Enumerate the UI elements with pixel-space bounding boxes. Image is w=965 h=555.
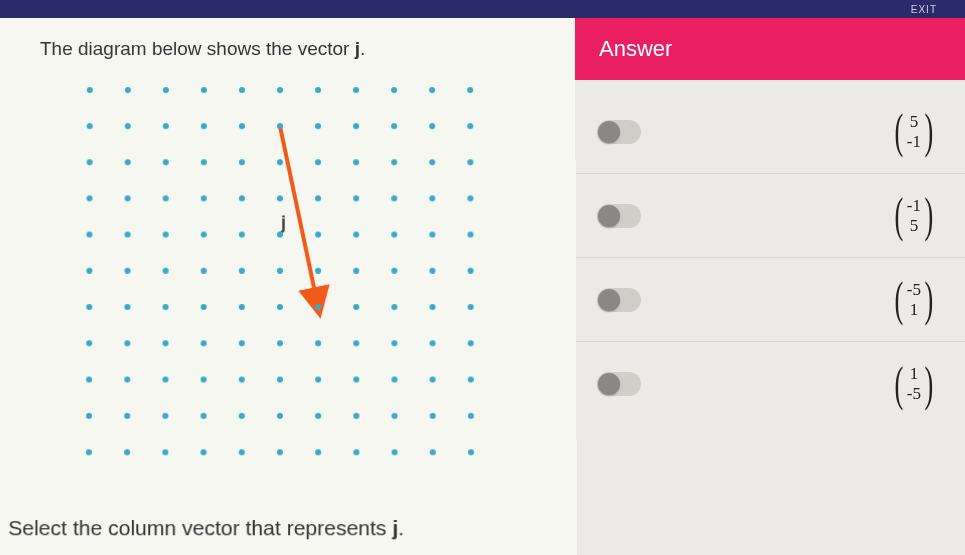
option-toggle[interactable] <box>597 204 641 228</box>
grid-dot <box>239 413 245 419</box>
grid-dot <box>124 413 130 419</box>
grid-dot <box>468 304 474 310</box>
column-vector: ( 1 -5 ) <box>891 364 937 403</box>
grid-dot <box>277 268 283 274</box>
grid-dot <box>430 449 436 455</box>
grid-dot <box>430 304 436 310</box>
grid-dot <box>124 449 130 455</box>
answer-header: Answer <box>575 18 965 80</box>
option-toggle[interactable] <box>597 288 641 312</box>
grid-dot <box>86 377 92 383</box>
grid-dot <box>87 159 93 165</box>
grid-dot <box>124 340 130 346</box>
grid-dot <box>429 123 435 129</box>
instruction-text: Select the column vector that represents <box>8 516 392 539</box>
grid-dot <box>201 87 207 93</box>
grid-dot <box>315 268 321 274</box>
grid-dot <box>353 449 359 455</box>
option-toggle[interactable] <box>597 120 641 144</box>
answer-option[interactable]: ( 1 -5 ) <box>575 342 965 426</box>
vector-label: j <box>281 212 286 233</box>
grid-dot <box>467 87 473 93</box>
grid-dot <box>353 268 359 274</box>
grid-dot <box>163 268 169 274</box>
grid-dot <box>125 87 131 93</box>
vector-bottom: 1 <box>910 300 919 320</box>
grid-dot <box>163 123 169 129</box>
grid-dot <box>467 123 473 129</box>
grid-dot <box>315 304 321 310</box>
grid-dot <box>162 449 168 455</box>
grid-dot <box>201 123 207 129</box>
grid-dot <box>353 159 359 165</box>
vector-bottom: -5 <box>907 384 921 404</box>
grid-dot <box>468 268 474 274</box>
answer-option[interactable]: ( 5 -1 ) <box>575 90 965 174</box>
paren-right: ) <box>925 112 934 150</box>
paren-right: ) <box>925 196 934 234</box>
grid-dot <box>239 340 245 346</box>
grid-dot <box>315 159 321 165</box>
grid-dot <box>353 195 359 201</box>
grid-dot <box>87 87 93 93</box>
question-panel: The diagram below shows the vector j. j … <box>0 18 577 555</box>
grid-dot <box>86 449 92 455</box>
paren-left: ( <box>894 280 903 318</box>
grid-dot <box>315 87 321 93</box>
paren-right: ) <box>925 280 934 318</box>
grid-dot <box>201 304 207 310</box>
grid-dot <box>391 304 397 310</box>
grid-dot <box>124 268 130 274</box>
question-title: The diagram below shows the vector j. <box>40 38 545 60</box>
grid-dot <box>125 195 131 201</box>
grid-dot <box>86 413 92 419</box>
grid-dot <box>430 377 436 383</box>
grid-dot <box>201 340 207 346</box>
grid-dot <box>163 159 169 165</box>
grid-dot <box>315 340 321 346</box>
grid-dot <box>315 449 321 455</box>
grid-dot <box>239 377 245 383</box>
grid-dot <box>201 195 207 201</box>
grid-dot <box>391 159 397 165</box>
grid-dot <box>201 159 207 165</box>
grid-dot <box>201 268 207 274</box>
grid-dot <box>429 232 435 238</box>
answer-option[interactable]: ( -1 5 ) <box>575 174 965 258</box>
grid-dot <box>124 377 130 383</box>
grid-dot <box>87 123 93 129</box>
grid-dot <box>239 304 245 310</box>
grid-dot <box>162 413 168 419</box>
grid-dot <box>315 123 321 129</box>
grid-dot <box>86 304 92 310</box>
grid-dot <box>353 413 359 419</box>
grid-dot <box>467 195 473 201</box>
grid-dot <box>353 377 359 383</box>
paren-left: ( <box>894 112 903 150</box>
grid-dot <box>125 159 131 165</box>
grid-dot <box>391 123 397 129</box>
grid-dot <box>87 195 93 201</box>
grid-dot <box>315 195 321 201</box>
grid-dot <box>468 377 474 383</box>
grid-dot <box>429 159 435 165</box>
answer-panel: Answer ( 5 -1 ) ( -1 <box>575 18 965 555</box>
grid-dot <box>201 413 207 419</box>
grid-dot <box>468 340 474 346</box>
grid-dot <box>239 449 245 455</box>
grid-dot <box>239 195 245 201</box>
grid-dot <box>468 413 474 419</box>
column-vector: ( -5 1 ) <box>891 280 937 319</box>
grid-dot <box>201 377 207 383</box>
option-toggle[interactable] <box>597 372 641 396</box>
answer-option[interactable]: ( -5 1 ) <box>575 258 965 342</box>
grid-dot <box>429 195 435 201</box>
grid-dot <box>201 449 207 455</box>
grid-dot <box>125 123 131 129</box>
exit-button[interactable]: EXIT <box>911 4 937 15</box>
grid-dot <box>277 340 283 346</box>
grid-dot <box>353 340 359 346</box>
grid-dot <box>391 268 397 274</box>
grid-dot <box>277 413 283 419</box>
question-title-suffix: . <box>360 38 365 59</box>
